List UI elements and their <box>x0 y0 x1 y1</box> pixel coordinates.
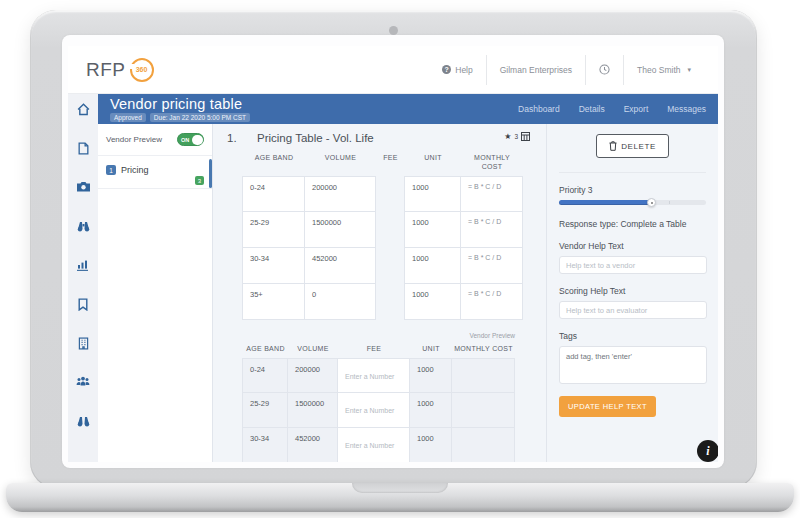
update-help-text-button[interactable]: UPDATE HELP TEXT <box>559 396 656 417</box>
question-area: 1. Pricing Table - Vol. Life ★ 3 AGE <box>213 124 546 462</box>
cell-age-band: 30-34 <box>242 428 288 462</box>
cell-age-band: 0-24 <box>242 358 288 393</box>
delete-button[interactable]: DELETE <box>596 134 669 158</box>
table-icon[interactable] <box>521 132 530 141</box>
help-label: Help <box>455 65 472 75</box>
cell-volume: 452000 <box>287 428 338 462</box>
col-header: AGE BAND <box>243 339 288 358</box>
camera-icon[interactable] <box>77 181 90 220</box>
scoring-help-label: Scoring Help Text <box>559 286 706 296</box>
chart-icon[interactable] <box>77 259 89 298</box>
priority-slider-fill <box>559 200 650 205</box>
cell-age-band: 25-29 <box>242 212 305 248</box>
sections-panel: Vendor Preview ON 1 Pricing 3 <box>98 124 213 462</box>
info-button[interactable]: i <box>697 440 718 462</box>
vendor-preview-caption: Vendor Preview <box>243 332 515 339</box>
search-icon[interactable] <box>77 415 90 454</box>
icon-sidebar <box>68 94 98 462</box>
cell-unit: 1000 <box>404 248 461 284</box>
company-menu[interactable]: Gilman Enterprises <box>487 65 585 75</box>
laptop-base-notch <box>352 483 448 493</box>
cell-unit: 1000 <box>409 428 452 462</box>
vendor-help-input[interactable] <box>559 256 707 274</box>
cell-fee <box>375 176 405 212</box>
section-label: Pricing <box>121 165 149 175</box>
bookmark-icon[interactable] <box>78 298 88 337</box>
logo-text: RFP <box>86 59 126 81</box>
laptop-mockup: RFP 360 ? Help Gilman Enterprises <box>0 0 800 518</box>
company-name: Gilman Enterprises <box>500 65 572 75</box>
table-rows: 0-24 200000 1000 = B * C / D 25-29 15000… <box>243 176 546 320</box>
details-panel: DELETE Priority 3 Response type: Complet… <box>546 124 718 462</box>
status-badge: Approved <box>110 113 146 122</box>
cell-fee <box>375 212 405 248</box>
delete-label: DELETE <box>621 142 656 151</box>
cell-volume: 1500000 <box>304 212 376 248</box>
fee-input[interactable] <box>342 363 405 389</box>
scoring-help-input[interactable] <box>559 301 707 319</box>
cell-monthly-cost <box>451 393 515 428</box>
cell-unit: 1000 <box>409 358 452 393</box>
fee-input[interactable] <box>342 432 405 458</box>
fee-input[interactable] <box>342 397 405 423</box>
section-count-badge: 3 <box>195 176 204 185</box>
col-header: UNIT <box>410 339 452 358</box>
slider-tick <box>669 201 670 204</box>
cell-monthly-cost: = B * C / D <box>460 176 523 212</box>
cell-fee <box>375 284 405 320</box>
cell-volume: 452000 <box>304 248 376 284</box>
home-icon[interactable] <box>77 103 90 142</box>
clock-icon <box>599 64 610 75</box>
nav-dashboard[interactable]: Dashboard <box>518 104 560 114</box>
star-icon[interactable]: ★ <box>504 132 511 141</box>
response-count: 3 <box>514 133 518 140</box>
logo-badge: 360 <box>136 66 148 73</box>
nav-export[interactable]: Export <box>624 104 649 114</box>
priority-slider-handle[interactable] <box>647 198 656 207</box>
cell-fee <box>337 393 410 428</box>
chevron-down-icon: ▾ <box>687 66 691 74</box>
col-header: UNIT <box>405 148 461 176</box>
pricing-table: AGE BAND VOLUME FEE UNIT MONTHLY COST 0-… <box>243 148 546 320</box>
col-header: MONTHLY COST <box>461 148 523 176</box>
building-icon[interactable] <box>78 337 89 376</box>
cell-unit: 1000 <box>404 176 461 212</box>
due-date-badge: Due: Jan 22 2020 5:00 PM CST <box>150 113 250 122</box>
logo-360-ring-icon: 360 <box>130 58 154 82</box>
priority-slider[interactable] <box>559 200 706 205</box>
cell-age-band: 35+ <box>242 284 305 320</box>
tags-input[interactable] <box>559 346 707 384</box>
user-name: Theo Smith <box>637 65 680 75</box>
user-menu[interactable]: Theo Smith ▾ <box>624 65 704 75</box>
document-icon[interactable] <box>78 142 89 181</box>
cell-monthly-cost <box>451 428 515 462</box>
col-header: FEE <box>376 148 405 176</box>
cell-monthly-cost: = B * C / D <box>460 212 523 248</box>
rfp360-logo[interactable]: RFP 360 <box>86 58 154 82</box>
cell-volume: 200000 <box>304 176 376 212</box>
sidebar-item-pricing[interactable]: 1 Pricing 3 <box>98 156 212 189</box>
col-header: AGE BAND <box>243 148 305 176</box>
col-header: MONTHLY COST <box>452 339 515 358</box>
cell-fee <box>337 358 410 393</box>
tags-label: Tags <box>559 331 706 341</box>
binoculars-icon[interactable] <box>77 220 90 259</box>
vendor-help-label: Vendor Help Text <box>559 241 706 251</box>
cell-monthly-cost: = B * C / D <box>460 284 523 320</box>
cell-unit: 1000 <box>404 284 461 320</box>
nav-details[interactable]: Details <box>579 104 605 114</box>
cell-volume: 1500000 <box>287 393 338 428</box>
vendor-preview-toggle[interactable]: ON <box>177 133 204 146</box>
vendor-preview-label: Vendor Preview <box>106 135 162 144</box>
cell-age-band: 30-34 <box>242 248 305 284</box>
col-header: FEE <box>338 339 410 358</box>
help-menu[interactable]: ? Help <box>429 65 485 75</box>
scroll-indicator[interactable] <box>209 159 212 188</box>
trash-icon <box>609 141 617 151</box>
nav-messages[interactable]: Messages <box>667 104 706 114</box>
team-icon[interactable] <box>76 376 90 415</box>
col-header: VOLUME <box>305 148 376 176</box>
toggle-knob <box>192 135 203 145</box>
cell-fee <box>375 248 405 284</box>
clock-button[interactable] <box>586 64 623 75</box>
